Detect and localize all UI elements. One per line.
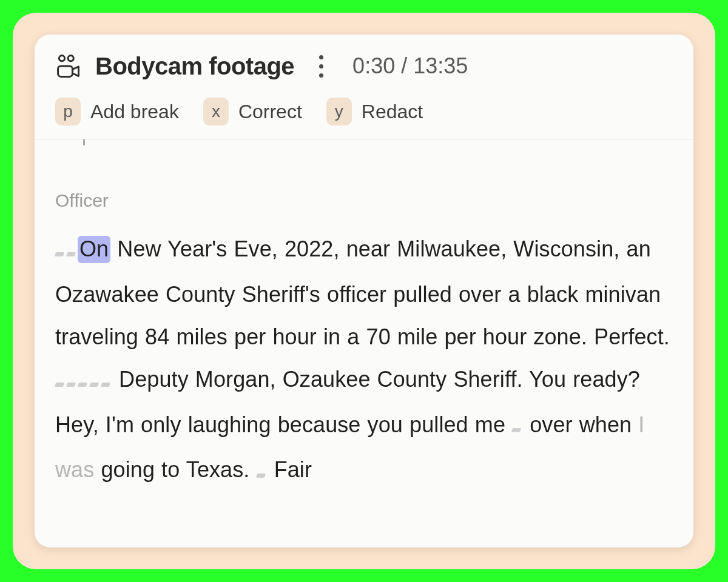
header: Bodycam footage 0:30 / 13:35	[35, 35, 693, 95]
more-menu-button[interactable]	[311, 52, 331, 81]
cursor-tick-icon	[83, 139, 85, 146]
pause-marker-icon	[512, 404, 523, 446]
pause-marker-icon	[55, 358, 112, 401]
correct-button[interactable]: x Correct	[203, 98, 302, 125]
key-p: p	[55, 98, 81, 125]
correct-label: Correct	[238, 101, 302, 123]
transcript-body[interactable]: On New Year's Eve, 2022, near Milwaukee,…	[55, 228, 673, 494]
bodycam-icon	[55, 53, 82, 79]
svg-point-1	[68, 56, 73, 61]
add-break-label: Add break	[90, 101, 179, 123]
transcript-text: New Year's Eve, 2022, near Milwaukee, Wi…	[55, 236, 670, 349]
transcript-text: over when	[523, 412, 638, 437]
transcript-text: going to Texas.	[94, 457, 256, 482]
add-break-button[interactable]: p Add break	[55, 98, 179, 125]
more-vertical-icon	[319, 53, 323, 80]
playback-time: 0:30 / 13:35	[352, 53, 468, 79]
speaker-label: Officer	[55, 190, 673, 211]
pause-marker-icon	[55, 228, 78, 270]
svg-point-0	[59, 56, 64, 61]
page-title: Bodycam footage	[95, 53, 294, 80]
transcript-text: Fair	[268, 457, 312, 482]
highlighted-word: On	[78, 236, 110, 263]
key-x: x	[203, 98, 229, 125]
toolbar: p Add break x Correct y Redact	[35, 95, 693, 139]
outer-frame: Bodycam footage 0:30 / 13:35 p Add break…	[13, 13, 715, 569]
key-y: y	[326, 98, 352, 125]
transcript-content: Officer On New Year's Eve, 2022, near Mi…	[35, 139, 693, 547]
card: Bodycam footage 0:30 / 13:35 p Add break…	[35, 35, 693, 547]
pause-marker-icon	[257, 449, 268, 492]
redact-button[interactable]: y Redact	[326, 98, 423, 125]
redact-label: Redact	[362, 101, 423, 123]
svg-rect-2	[58, 66, 73, 76]
